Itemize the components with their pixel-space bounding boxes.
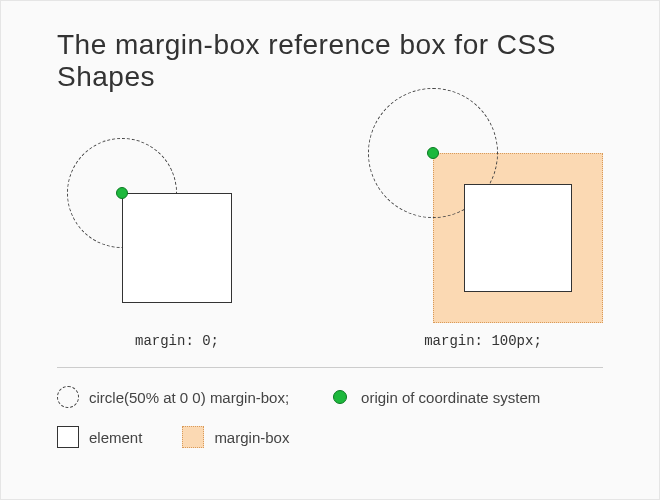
examples-row: margin: 0; margin: 100px; (57, 133, 603, 349)
legend: circle(50% at 0 0) margin-box; origin of… (57, 386, 603, 448)
solid-square-icon (57, 426, 79, 448)
legend-item-circle: circle(50% at 0 0) margin-box; (57, 386, 289, 408)
element-box-icon (464, 184, 572, 292)
peach-square-icon (182, 426, 204, 448)
caption-left: margin: 0; (57, 333, 297, 349)
caption-right: margin: 100px; (363, 333, 603, 349)
legend-label: origin of coordinate system (361, 389, 540, 406)
legend-item-marginbox: margin-box (182, 426, 289, 448)
example-margin-hundred: margin: 100px; (363, 133, 603, 349)
legend-item-element: element (57, 426, 142, 448)
page-title: The margin-box reference box for CSS Sha… (57, 29, 603, 93)
legend-item-origin: origin of coordinate system (329, 386, 540, 408)
divider (57, 367, 603, 368)
origin-dot-icon (427, 147, 439, 159)
origin-dot-icon (116, 187, 128, 199)
example-margin-zero: margin: 0; (57, 133, 297, 349)
legend-label: circle(50% at 0 0) margin-box; (89, 389, 289, 406)
origin-dot-icon (329, 386, 351, 408)
dashed-circle-icon (57, 386, 79, 408)
stage-left (57, 133, 297, 323)
stage-right (363, 133, 603, 323)
legend-label: element (89, 429, 142, 446)
legend-label: margin-box (214, 429, 289, 446)
element-box-icon (122, 193, 232, 303)
